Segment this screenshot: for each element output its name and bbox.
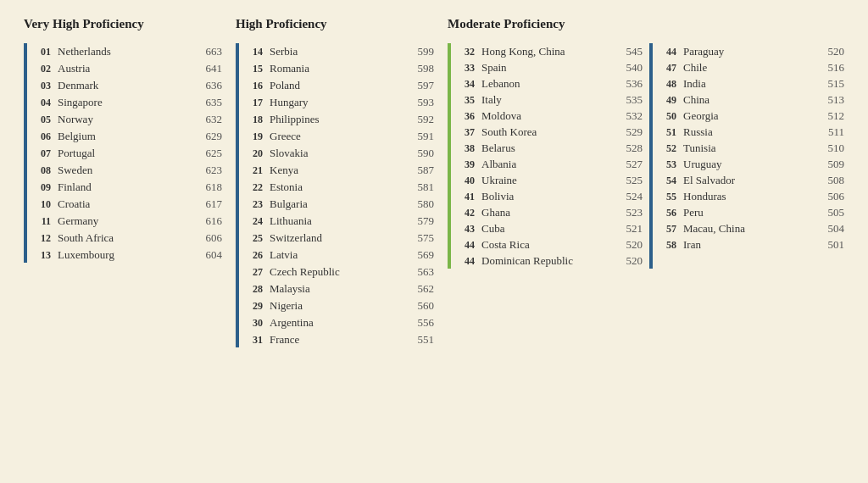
rank: 43	[458, 223, 475, 236]
rank: 50	[659, 110, 676, 123]
list-item: 35Italy535	[458, 92, 643, 108]
rank: 57	[659, 223, 676, 236]
list-item: 36Moldova532	[458, 108, 643, 124]
country-name: Nigeria	[266, 299, 403, 313]
score: 663	[195, 45, 222, 58]
country-name: Costa Rica	[478, 238, 612, 252]
list-item: 37South Korea529	[458, 124, 643, 140]
list-item: 40Ukraine525	[458, 172, 643, 188]
score: 597	[407, 79, 434, 92]
country-name: El Salvador	[680, 174, 814, 187]
rank: 38	[458, 142, 475, 155]
country-name: Singapore	[54, 96, 192, 109]
very-high-section: Very High Proficiency 01Netherlands66302…	[17, 17, 229, 347]
rank: 25	[246, 232, 263, 245]
list-item: 21Kenya587	[246, 162, 434, 178]
rank: 35	[458, 94, 475, 107]
rank: 17	[246, 97, 263, 109]
score: 581	[407, 180, 434, 194]
country-name: Lebanon	[478, 77, 612, 91]
score: 635	[195, 96, 222, 109]
list-item: 02Austria641	[34, 60, 222, 76]
rank: 36	[458, 110, 475, 123]
score: 618	[195, 180, 222, 194]
country-name: Bulgaria	[266, 197, 403, 211]
score: 521	[615, 222, 643, 236]
rank: 28	[246, 283, 263, 296]
score: 520	[615, 254, 643, 268]
country-name: Slovakia	[266, 147, 403, 160]
rank: 06	[34, 130, 51, 143]
score: 641	[195, 62, 222, 75]
rank: 32	[458, 46, 475, 58]
score: 532	[615, 109, 643, 123]
country-name: Tunisia	[680, 142, 814, 155]
country-name: Estonia	[266, 180, 403, 194]
rank: 51	[659, 126, 676, 139]
list-item: 15Romania598	[246, 60, 434, 76]
list-item: 19Greece591	[246, 128, 434, 144]
rank: 18	[246, 114, 263, 126]
score: 591	[407, 130, 434, 143]
country-name: Hong Kong, China	[478, 45, 612, 58]
country-name: India	[680, 77, 814, 91]
score: 536	[615, 77, 643, 91]
list-item: 10Croatia617	[34, 196, 222, 212]
country-name: Argentina	[266, 316, 403, 330]
list-item: 38Belarus528	[458, 140, 643, 156]
rank: 39	[458, 158, 475, 171]
list-item: 24Lithuania579	[246, 213, 434, 229]
list-item: 41Bolivia524	[458, 188, 643, 204]
country-name: Georgia	[680, 109, 814, 123]
country-name: Malaysia	[266, 282, 403, 296]
rank: 52	[659, 142, 676, 155]
list-item: 44Paraguay520	[659, 43, 844, 59]
list-item: 26Latvia569	[246, 247, 434, 263]
country-name: Latvia	[266, 248, 403, 262]
list-item: 58Iran501	[659, 236, 844, 253]
country-name: Croatia	[54, 197, 192, 211]
rank: 54	[659, 175, 676, 187]
list-item: 33Spain540	[458, 59, 643, 75]
score: 505	[817, 206, 844, 219]
rank: 10	[34, 198, 51, 211]
list-item: 14Serbia599	[246, 43, 434, 59]
list-item: 08Sweden623	[34, 162, 222, 178]
score: 512	[817, 109, 844, 123]
score: 513	[817, 93, 844, 107]
rank: 49	[659, 94, 676, 107]
rank: 31	[246, 334, 263, 347]
list-item: 29Nigeria560	[246, 297, 434, 314]
rank: 21	[246, 164, 263, 177]
rank: 16	[246, 80, 263, 92]
list-item: 57Macau, China504	[659, 220, 844, 236]
country-name: Germany	[54, 214, 192, 228]
score: 629	[195, 130, 222, 143]
list-item: 43Cuba521	[458, 220, 643, 236]
country-name: Kenya	[266, 164, 403, 177]
list-item: 56Peru505	[659, 204, 844, 220]
score: 551	[407, 333, 434, 347]
rank: 58	[659, 239, 676, 252]
score: 556	[407, 316, 434, 330]
country-name: Serbia	[266, 45, 403, 58]
list-item: 09Finland618	[34, 179, 222, 195]
country-name: Ghana	[478, 206, 612, 219]
list-item: 47Chile516	[659, 59, 844, 75]
list-item: 53Uruguay509	[659, 156, 844, 172]
rank: 23	[246, 198, 263, 211]
rank: 03	[34, 80, 51, 92]
country-name: Belgium	[54, 130, 192, 143]
score: 625	[195, 147, 222, 160]
country-name: Austria	[54, 62, 192, 75]
country-name: Bolivia	[478, 190, 612, 203]
score: 515	[817, 77, 844, 91]
score: 535	[615, 93, 643, 107]
rank: 53	[659, 158, 676, 171]
score: 593	[407, 96, 434, 109]
country-name: South Africa	[54, 231, 192, 245]
country-name: Russia	[680, 125, 814, 139]
list-item: 22Estonia581	[246, 179, 434, 195]
list-item: 17Hungary593	[246, 94, 434, 110]
score: 623	[195, 164, 222, 177]
